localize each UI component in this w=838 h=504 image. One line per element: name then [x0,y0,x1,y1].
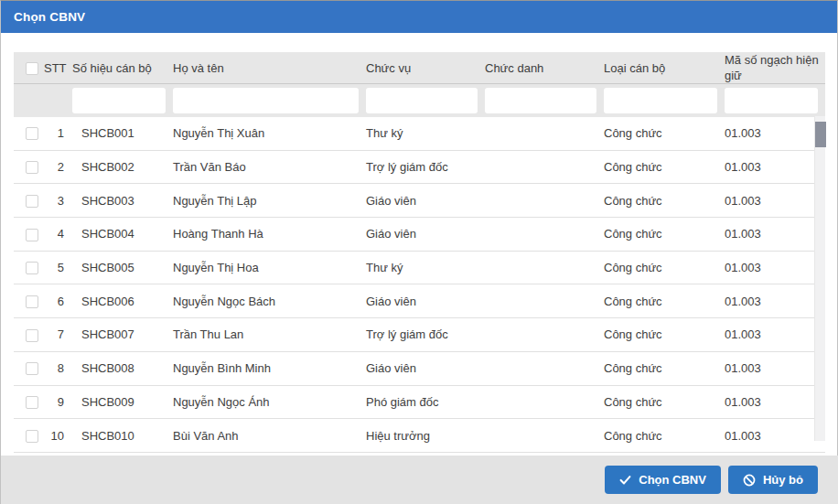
cell-ma-so-ngach: 01.003 [725,117,825,151]
select-cbnv-button-label: Chọn CBNV [639,473,706,487]
cell-loai-can-bo: Công chức [604,218,725,252]
filter-chuc-danh-input[interactable] [485,88,596,113]
column-header-chuc-danh: Chức danh [485,52,604,84]
table-row[interactable]: 2 SHCB002 Trần Văn Báo Trợ lý giám đốc C… [14,150,825,184]
cell-chuc-danh [485,251,604,284]
cell-ma-so-ngach: 01.003 [725,184,825,218]
cell-chuc-danh [485,184,604,218]
ban-icon [743,474,756,487]
select-staff-dialog: Chọn CBNV STT Số hiệu cán bộ Họ và tên C… [0,0,838,504]
cell-chuc-danh [485,351,604,385]
filter-loai-can-bo-input[interactable] [604,88,717,113]
column-header-ho-ten: Họ và tên [173,52,366,84]
cell-ma-so-ngach: 01.003 [725,419,825,453]
cell-loai-can-bo: Công chức [604,284,725,318]
row-checkbox[interactable] [26,161,38,174]
cell-so-hieu: SHCB001 [72,117,173,151]
cell-ho-ten: Nguyễn Thị Xuân [173,117,366,151]
cell-ma-so-ngach: 01.003 [725,318,825,352]
filter-ho-ten-input[interactable] [173,88,359,113]
cell-ho-ten: Trần Thu Lan [173,318,366,352]
cell-stt: 3 [44,184,72,218]
staff-table: STT Số hiệu cán bộ Họ và tên Chức vụ Chứ… [14,52,825,453]
select-cbnv-button[interactable]: Chọn CBNV [605,466,721,494]
table-row[interactable]: 4 SHCB004 Hoàng Thanh Hà Giáo viên Công … [14,218,825,252]
dialog-title: Chọn CBNV [14,10,85,24]
filter-ma-so-ngach-input[interactable] [725,88,818,113]
cell-stt: 6 [44,284,72,318]
cell-ma-so-ngach: 01.003 [725,284,825,318]
cell-chuc-danh [485,117,604,151]
table-row[interactable]: 9 SHCB009 Nguyễn Ngọc Ánh Phó giám đốc C… [14,385,825,419]
dialog-titlebar: Chọn CBNV [1,1,837,33]
cell-stt: 5 [44,251,72,284]
row-checkbox[interactable] [26,295,38,308]
cell-so-hieu: SHCB006 [72,284,173,318]
row-checkbox[interactable] [26,262,38,274]
column-header-ma-so-ngach: Mã số ngạch hiện giữ [725,52,825,84]
table-row[interactable]: 6 SHCB006 Nguyễn Ngọc Bách Giáo viên Côn… [14,284,825,318]
select-all-checkbox[interactable] [26,62,38,75]
filter-chuc-vu-input[interactable] [366,88,478,113]
row-checkbox[interactable] [26,329,38,342]
cell-chuc-vu: Giáo viên [366,284,485,318]
cell-chuc-vu: Giáo viên [366,184,485,218]
cell-stt: 9 [44,385,72,419]
cancel-button[interactable]: Hủy bỏ [728,466,818,494]
cell-so-hieu: SHCB008 [72,351,173,385]
cell-ho-ten: Nguyễn Thị Lập [173,184,366,218]
cell-ho-ten: Nguyễn Ngọc Bách [173,284,366,318]
column-header-chuc-vu: Chức vụ [366,52,485,84]
table-row[interactable]: 1 SHCB001 Nguyễn Thị Xuân Thư ký Công ch… [14,117,825,151]
cell-loai-can-bo: Công chức [604,184,725,218]
table-filter-row [14,84,825,117]
cell-chuc-vu: Hiệu trưởng [366,419,485,453]
table-row[interactable]: 10 SHCB010 Bùi Văn Anh Hiệu trưởng Công … [14,419,825,453]
cell-so-hieu: SHCB010 [72,419,173,453]
cell-chuc-danh [485,284,604,318]
cell-loai-can-bo: Công chức [604,318,725,352]
cell-chuc-vu: Giáo viên [366,351,485,385]
cell-chuc-danh [485,385,604,419]
filter-so-hieu-input[interactable] [72,88,166,113]
cell-ma-so-ngach: 01.003 [725,218,825,252]
dialog-footer: Chọn CBNV Hủy bỏ [1,456,838,504]
table-row[interactable]: 3 SHCB003 Nguyễn Thị Lập Giáo viên Công … [14,184,825,218]
vertical-scrollbar[interactable] [814,116,825,441]
cell-ho-ten: Nguyễn Bình Minh [173,351,366,385]
row-checkbox[interactable] [26,195,38,208]
cell-chuc-vu: Thư ký [366,117,485,151]
cell-stt: 10 [44,419,72,453]
table-row[interactable]: 5 SHCB005 Nguyễn Thị Hoa Thư ký Công chứ… [14,251,825,284]
cell-loai-can-bo: Công chức [604,150,725,184]
cell-chuc-danh [485,419,604,453]
row-checkbox[interactable] [26,229,38,241]
cell-stt: 1 [44,117,72,151]
cell-loai-can-bo: Công chức [604,419,725,453]
column-header-stt: STT [44,52,72,84]
check-icon [619,474,631,486]
table-header-row: STT Số hiệu cán bộ Họ và tên Chức vụ Chứ… [14,52,825,84]
cell-stt: 8 [44,351,72,385]
column-header-loai-can-bo: Loại cán bộ [604,52,725,84]
cell-loai-can-bo: Công chức [604,117,725,151]
cell-ma-so-ngach: 01.003 [725,150,825,184]
cell-stt: 2 [44,150,72,184]
row-checkbox[interactable] [26,430,38,443]
row-checkbox[interactable] [26,396,38,409]
cell-loai-can-bo: Công chức [604,385,725,419]
cancel-button-label: Hủy bỏ [763,473,803,487]
table-row[interactable]: 7 SHCB007 Trần Thu Lan Trợ lý giám đốc C… [14,318,825,352]
row-checkbox[interactable] [26,127,38,140]
scrollbar-thumb[interactable] [815,122,826,147]
cell-ma-so-ngach: 01.003 [725,251,825,284]
table-row[interactable]: 8 SHCB008 Nguyễn Bình Minh Giáo viên Côn… [14,351,825,385]
cell-chuc-danh [485,150,604,184]
cell-chuc-vu: Trợ lý giám đốc [366,150,485,184]
cell-so-hieu: SHCB005 [72,251,173,284]
cell-ma-so-ngach: 01.003 [725,385,825,419]
cell-ho-ten: Bùi Văn Anh [173,419,366,453]
cell-chuc-vu: Phó giám đốc [366,385,485,419]
row-checkbox[interactable] [26,362,38,375]
cell-ma-so-ngach: 01.003 [725,351,825,385]
